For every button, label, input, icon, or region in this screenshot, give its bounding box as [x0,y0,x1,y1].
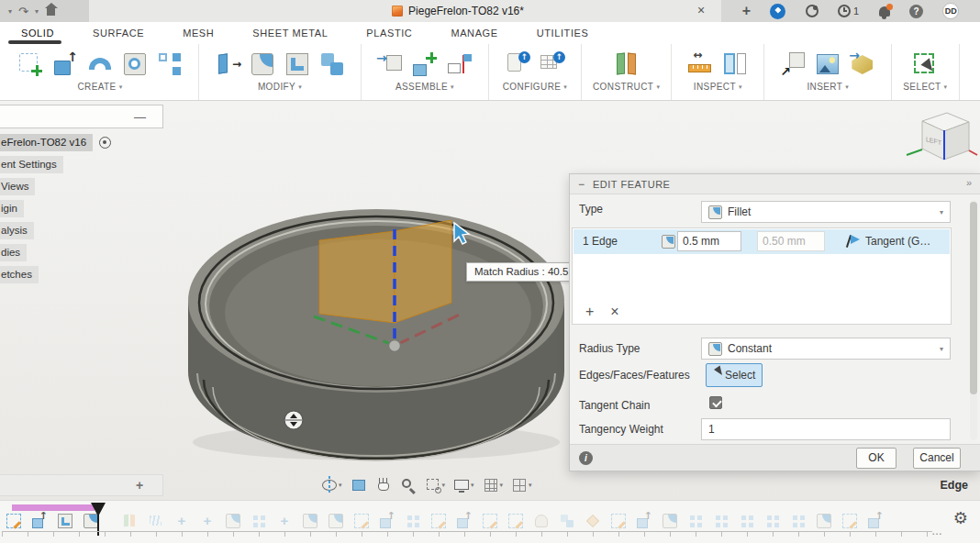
expand-panel-icon[interactable]: » [966,177,972,188]
tangency-weight-input[interactable]: 1 [701,418,951,440]
tab-mesh[interactable]: MESH [163,22,233,44]
timeline-feature-combine-suppressed[interactable] [559,513,575,529]
dialog-scrollbar[interactable] [970,200,977,440]
hole-icon[interactable] [121,50,149,78]
tab-manage[interactable]: MANAGE [431,22,517,44]
timeline-feature-sketch-suppressed[interactable] [353,513,370,529]
help-icon[interactable]: ? [909,5,923,18]
timeline-feature-pattern-suppressed[interactable] [251,513,267,529]
add-tab-icon[interactable]: + [136,478,143,493]
3d-viewport[interactable]: Match Radius : 40.5 LEFT — eFrelon-TO82 … [0,101,980,500]
browser-minimize-icon[interactable]: — [134,110,146,124]
toolbar-group-label-modify[interactable]: MODIFY▾ [258,82,302,92]
new-component-icon[interactable] [376,50,404,78]
timeline-feature-fillet-suppressed[interactable] [662,513,678,529]
timeline-feature-pattern-suppressed[interactable] [713,513,729,529]
timeline-feature-sketch-suppressed[interactable] [482,513,498,529]
close-document-icon[interactable]: × [690,0,712,22]
toolbar-group-label-insert[interactable]: INSERT▾ [807,82,849,92]
radius-type-dropdown[interactable]: Constant ▾ [701,338,951,360]
avatar[interactable]: DD [942,3,959,19]
secondary-radius-input[interactable]: 0.50 mm [757,231,825,251]
nav-look-at-button[interactable] [349,476,369,494]
nav-viewports-button[interactable]: ▾ [509,476,534,494]
browser-item-dies[interactable]: dies [0,244,27,261]
timeline-feature-sketch-suppressed[interactable] [841,513,858,529]
timeline-feature-pattern-suppressed[interactable] [790,513,807,529]
ok-button[interactable]: OK [856,448,896,469]
timeline-feature-pattern-suppressed[interactable] [687,513,704,529]
toolbar-group-label-configure[interactable]: CONFIGURE▾ [503,82,568,92]
select-button[interactable]: Select [706,363,763,387]
timeline-feature-extrude-suppressed[interactable] [456,513,473,529]
redo-menu-icon[interactable]: ▾ [35,7,39,16]
tab-utilities[interactable]: UTILITIES [518,22,608,44]
canvas-icon[interactable] [814,50,841,78]
view-cube[interactable]: LEFT [904,106,979,178]
timeline-feature-sketch-suppressed[interactable] [430,513,447,529]
cancel-button[interactable]: Cancel [913,448,961,469]
remove-selection-icon[interactable]: × [610,304,618,320]
sync-status-icon[interactable] [770,4,785,19]
dialog-header[interactable]: − EDIT FEATURE » [570,174,980,194]
nav-display-settings-button[interactable]: ▾ [451,476,476,494]
continuity-dropdown[interactable]: Tangent (G… [865,229,946,254]
new-document-tab-icon[interactable]: + [742,4,751,18]
nav-fit-button[interactable]: ▾ [423,476,448,494]
extrude-icon[interactable] [51,50,79,78]
undo-menu-icon[interactable]: ▾ [8,7,12,16]
browser-item-ent-settings[interactable]: ent Settings [0,156,63,173]
shell-icon[interactable] [284,50,311,78]
model-canvas[interactable] [174,193,578,477]
ground-icon[interactable] [446,50,473,78]
tab-plastic[interactable]: PLASTIC [347,22,431,44]
timeline-feature-pattern-suppressed[interactable] [739,513,755,529]
info-icon[interactable]: i [579,451,593,465]
timeline-feature-coil-suppressed[interactable] [148,513,164,529]
timeline-feature-sketch-suppressed[interactable] [507,513,524,529]
measure-icon[interactable] [686,50,714,78]
timeline-feature-move-suppressed[interactable] [276,513,293,529]
pattern-icon[interactable] [156,50,184,78]
edge-list-row[interactable]: 1 Edge 0.5 mm 0.50 mm Tangent (G… [574,229,950,254]
timeline-group-marker[interactable] [12,504,95,511]
timeline-feature-extrude[interactable] [31,513,48,529]
timeline-feature-fillet-suppressed[interactable] [225,513,241,529]
document-tab[interactable]: PiegeFrelon-TO82 v16* [229,0,686,22]
joint-icon[interactable] [411,50,439,78]
timeline-feature-sketch[interactable] [6,513,22,529]
timeline-feature-decal-suppressed[interactable] [585,513,601,529]
collapse-icon[interactable]: − [578,179,585,190]
timeline-ruler[interactable] [2,531,932,537]
nav-zoom-button[interactable] [398,476,418,494]
extensions-icon[interactable] [806,5,819,17]
timeline-settings-gear-icon[interactable]: ⚙ [953,510,968,526]
tab-solid[interactable]: SOLID [2,22,73,44]
type-dropdown[interactable]: Fillet ▾ [701,201,951,223]
timeline-feature-extrude-suppressed[interactable] [636,513,652,529]
toolbar-group-label-assemble[interactable]: ASSEMBLE▾ [395,82,454,92]
browser-item-views[interactable]: Views [0,178,35,195]
toolbar-group-label-create[interactable]: CREATE▾ [77,82,122,92]
timeline-feature-shell[interactable] [57,513,73,529]
tab-sheet-metal[interactable]: SHEET METAL [233,22,347,44]
notifications-icon[interactable] [879,6,890,17]
timeline-feature-plane-suppressed[interactable] [122,513,139,529]
revolve-icon[interactable] [86,50,114,78]
construction-plane-icon[interactable] [613,50,640,78]
browser-item-alysis[interactable]: alysis [0,222,34,239]
browser-item-efrelon-to82-v16[interactable]: eFrelon-TO82 v16 [0,134,93,151]
timeline-feature-fillet-suppressed[interactable] [816,513,832,529]
timeline-feature-extrude-suppressed[interactable] [867,513,884,529]
browser-item-etches[interactable]: etches [0,266,39,283]
tab-surface[interactable]: SURFACE [73,22,163,44]
browser-header[interactable]: — [0,105,163,128]
timeline-feature-move-suppressed[interactable] [199,513,216,529]
select-icon[interactable] [911,50,939,78]
timeline-feature-move-suppressed[interactable] [173,513,190,529]
add-selection-icon[interactable]: + [585,304,594,320]
fillet-icon[interactable] [249,50,276,78]
radius-input[interactable]: 0.5 mm [677,231,741,251]
visibility-radio-icon[interactable] [99,137,111,149]
toolbar-group-label-select[interactable]: SELECT▾ [903,82,947,92]
